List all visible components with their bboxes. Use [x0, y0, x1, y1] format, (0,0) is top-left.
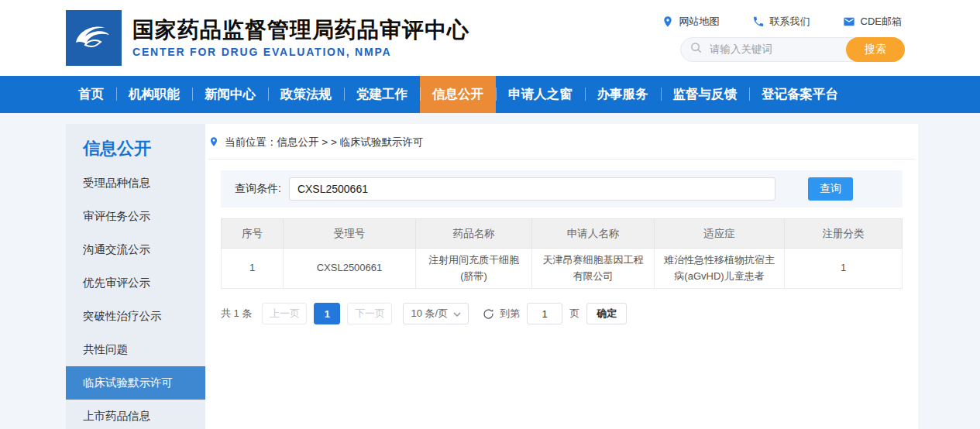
- table-body: 1CXSL2500661注射用间充质干细胞(脐带)天津昂赛细胞基因工程有限公司难…: [222, 249, 903, 289]
- nav-item-label: 机构职能: [129, 86, 180, 103]
- sidebar-item-6[interactable]: 临床试验默示许可: [66, 366, 205, 400]
- table-header-row: 序号受理号药品名称申请人名称适应症注册分类: [222, 219, 903, 249]
- content-panel: 当前位置：信息公开 > > 临床试验默示许可 查询条件: 查询 序号受理号药品名…: [205, 124, 918, 429]
- brand-text: 国家药品监督管理局药品审评中心 CENTER FOR DRUG EVALUATI…: [132, 18, 469, 58]
- phone-icon: [752, 15, 765, 28]
- column-header: 受理号: [284, 219, 416, 249]
- quick-link-0[interactable]: 网站地图: [662, 15, 720, 29]
- sidebar-item-2[interactable]: 沟通交流公示: [66, 233, 205, 266]
- column-header: 注册分类: [785, 219, 903, 249]
- nav-item-label: 信息公开: [432, 86, 483, 103]
- nav-item-7[interactable]: 办事服务: [585, 76, 661, 113]
- nav-item-0[interactable]: 首页: [66, 76, 116, 113]
- table-cell: CXSL2500661: [284, 249, 416, 289]
- nav-item-label: 登记备案平台: [762, 86, 838, 103]
- mail-icon: [843, 15, 855, 28]
- column-header: 适应症: [655, 219, 785, 249]
- refresh-icon[interactable]: [482, 307, 495, 321]
- chevron-down-icon: [453, 308, 461, 320]
- sidebar-item-1[interactable]: 审评任务公示: [66, 200, 205, 233]
- table-cell: 注射用间充质干细胞(脐带): [416, 249, 532, 289]
- sidebar: 信息公开 受理品种信息审评任务公示沟通交流公示优先审评公示突破性治疗公示共性问题…: [66, 124, 205, 429]
- pagination: 共 1 条 上一页 1 下一页 10 条/页 到第 页 确定: [221, 303, 903, 324]
- quick-link-label: 网站地图: [679, 15, 720, 29]
- page-size-value: 10 条/页: [411, 307, 448, 321]
- sidebar-item-3[interactable]: 优先审评公示: [66, 266, 205, 300]
- sidebar-list: 受理品种信息审评任务公示沟通交流公示优先审评公示突破性治疗公示共性问题临床试验默…: [66, 166, 205, 429]
- search-button[interactable]: 搜索: [846, 37, 905, 62]
- sidebar-item-5[interactable]: 共性问题: [66, 333, 205, 366]
- main-area: 信息公开 受理品种信息审评任务公示沟通交流公示优先审评公示突破性治疗公示共性问题…: [66, 124, 918, 429]
- page-unit-label: 页: [569, 307, 579, 321]
- site-subtitle: CENTER FOR DRUG EVALUATION, NMPA: [132, 46, 469, 58]
- header-search-bar: 搜索: [680, 37, 905, 62]
- column-header: 药品名称: [416, 219, 532, 249]
- nav-item-2[interactable]: 新闻中心: [192, 76, 268, 113]
- location-pin-icon: [662, 15, 674, 28]
- table-cell: 1: [785, 249, 903, 289]
- confirm-button[interactable]: 确定: [586, 303, 627, 324]
- cde-logo-icon: [66, 10, 122, 66]
- nav-item-label: 党建工作: [356, 86, 407, 103]
- sidebar-title: 信息公开: [66, 124, 205, 166]
- location-pin-icon: [208, 136, 219, 149]
- breadcrumb-text: 当前位置：信息公开 > > 临床试验默示许可: [225, 136, 424, 149]
- nav-item-5[interactable]: 信息公开: [420, 76, 496, 113]
- site-header: 国家药品监督管理局药品审评中心 CENTER FOR DRUG EVALUATI…: [0, 0, 980, 76]
- main-nav-list: 首页机构职能新闻中心政策法规党建工作信息公开申请人之窗办事服务监督与反馈登记备案…: [0, 76, 980, 113]
- sidebar-item-0[interactable]: 受理品种信息: [66, 166, 205, 200]
- prev-page-button[interactable]: 上一页: [262, 303, 307, 324]
- nav-item-label: 监督与反馈: [673, 86, 738, 103]
- column-header: 序号: [222, 219, 284, 249]
- sidebar-item-7[interactable]: 上市药品信息: [66, 400, 205, 429]
- nav-item-label: 办事服务: [597, 86, 648, 103]
- current-page-button[interactable]: 1: [314, 303, 340, 324]
- nav-item-label: 政策法规: [280, 86, 332, 103]
- nav-item-9[interactable]: 登记备案平台: [749, 76, 851, 113]
- nav-item-8[interactable]: 监督与反馈: [661, 76, 750, 113]
- nav-item-6[interactable]: 申请人之窗: [496, 76, 585, 113]
- results-table: 序号受理号药品名称申请人名称适应症注册分类 1CXSL2500661注射用间充质…: [221, 218, 903, 289]
- table-row: 1CXSL2500661注射用间充质干细胞(脐带)天津昂赛细胞基因工程有限公司难…: [222, 249, 903, 289]
- nav-item-label: 首页: [78, 86, 104, 103]
- goto-label: 到第: [500, 307, 520, 321]
- brand[interactable]: 国家药品监督管理局药品审评中心 CENTER FOR DRUG EVALUATI…: [66, 10, 469, 66]
- nav-item-4[interactable]: 党建工作: [344, 76, 420, 113]
- nav-item-3[interactable]: 政策法规: [268, 76, 344, 113]
- main-nav: 首页机构职能新闻中心政策法规党建工作信息公开申请人之窗办事服务监督与反馈登记备案…: [0, 76, 980, 113]
- total-count: 共 1 条: [221, 307, 252, 321]
- nav-item-1[interactable]: 机构职能: [116, 76, 192, 113]
- search-icon: [690, 42, 702, 57]
- next-page-button[interactable]: 下一页: [347, 303, 392, 324]
- goto-page-input[interactable]: [527, 303, 562, 324]
- table-cell: 1: [222, 249, 284, 289]
- breadcrumb: 当前位置：信息公开 > > 临床试验默示许可: [208, 129, 915, 160]
- header-right: 网站地图联系我们CDE邮箱 搜索: [662, 15, 905, 62]
- column-header: 申请人名称: [532, 219, 655, 249]
- page-size-select[interactable]: 10 条/页: [403, 303, 469, 324]
- site-title: 国家药品监督管理局药品审评中心: [132, 18, 469, 43]
- nav-item-label: 申请人之窗: [508, 86, 573, 103]
- quick-links: 网站地图联系我们CDE邮箱: [662, 15, 902, 29]
- query-bar: 查询条件: 查询: [221, 170, 903, 208]
- quick-link-label: 联系我们: [770, 15, 810, 29]
- quick-link-1[interactable]: 联系我们: [752, 15, 810, 29]
- query-button[interactable]: 查询: [808, 177, 853, 201]
- table-cell: 天津昂赛细胞基因工程有限公司: [532, 249, 655, 289]
- nav-item-label: 新闻中心: [205, 86, 256, 103]
- query-label: 查询条件:: [235, 182, 281, 196]
- quick-link-label: CDE邮箱: [861, 15, 902, 29]
- sidebar-item-4[interactable]: 突破性治疗公示: [66, 300, 205, 333]
- table-cell: 难治性急性移植物抗宿主病(aGvHD)儿童患者: [655, 249, 785, 289]
- query-input[interactable]: [289, 177, 775, 201]
- quick-link-2[interactable]: CDE邮箱: [843, 15, 902, 29]
